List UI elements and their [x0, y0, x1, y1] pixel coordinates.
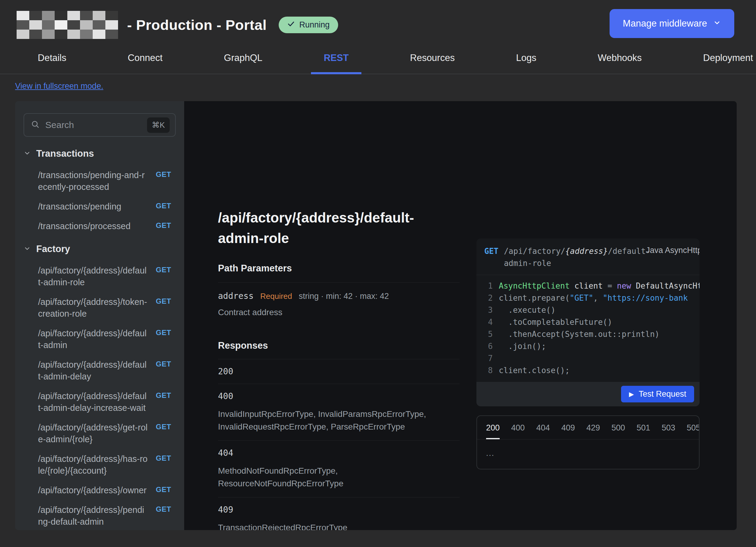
line-number: 4: [484, 316, 493, 328]
endpoint-item[interactable]: /api/factory/{address}/ownerGET: [24, 485, 176, 496]
param-description: Contract address: [218, 308, 460, 317]
code-token: ,: [593, 293, 603, 302]
request-path-prefix: /api/factory/: [504, 247, 565, 256]
tab-logs[interactable]: Logs: [516, 53, 536, 74]
tab-graphql[interactable]: GraphQL: [224, 53, 263, 74]
search-box[interactable]: ⌘K: [24, 113, 176, 137]
code-token: "GET": [570, 293, 593, 302]
code-token: [631, 281, 636, 290]
request-path-param: {address}: [565, 247, 608, 256]
method-badge: GET: [156, 453, 176, 477]
line-number: 3: [484, 304, 493, 316]
status-tab-500[interactable]: 500: [611, 423, 625, 439]
line-number: 5: [484, 328, 493, 340]
section-header-transactions[interactable]: Transactions: [24, 146, 176, 162]
status-tab-505[interactable]: 505: [687, 423, 700, 439]
endpoint-item[interactable]: /api/factory/{address}/default-adminGET: [24, 328, 176, 351]
response-description: MethodNotFoundRpcErrorType, ResourceNotF…: [218, 465, 460, 490]
response-code: 200: [218, 366, 460, 376]
code-token: .thenAccept(System.out::println): [499, 330, 659, 339]
param-type-meta: string · min: 42 · max: 42: [299, 292, 389, 301]
chevron-down-icon: [24, 244, 31, 254]
tab-deployment-logs[interactable]: Deployment Logs: [703, 53, 756, 74]
endpoint-item[interactable]: /api/factory/{address}/get-role-admin/{r…: [24, 422, 176, 445]
endpoint-path: /api/factory/{address}/default-admin-del…: [24, 390, 156, 414]
request-path: /api/factory/{address}/default-admin-rol…: [504, 245, 655, 269]
tab-bar: DetailsConnectGraphQLRESTResourcesLogsWe…: [0, 45, 756, 74]
sidebar-sections: Transactions/transactions/pending-and-re…: [24, 146, 176, 530]
endpoint-item[interactable]: /api/factory/{address}/default-admin-rol…: [24, 265, 176, 288]
response-description: TransactionRejectedRpcErrorType: [218, 521, 460, 530]
chevron-down-icon: [24, 148, 31, 159]
search-input[interactable]: [45, 120, 142, 130]
tab-connect[interactable]: Connect: [128, 53, 162, 74]
param-row: address Required string · min: 42 · max:…: [218, 291, 460, 301]
param-name: address: [218, 291, 254, 301]
status-tab-503[interactable]: 503: [662, 423, 675, 439]
line-number: 7: [484, 352, 493, 364]
endpoint-path: /api/factory/{address}/token-creation-ro…: [24, 296, 156, 320]
endpoint-sidebar: ⌘K Transactions/transactions/pending-and…: [15, 101, 184, 530]
section-label: Transactions: [36, 148, 94, 159]
tab-webhooks[interactable]: Webhooks: [598, 53, 642, 74]
fullscreen-link[interactable]: View in fullscreen mode.: [15, 82, 103, 91]
method-badge: GET: [156, 169, 176, 193]
method-badge: GET: [156, 220, 176, 232]
request-footer: ▶ Test Request: [476, 382, 700, 406]
tab-rest[interactable]: REST: [324, 53, 349, 74]
endpoint-path: /transactions/pending-and-recently-proce…: [24, 169, 156, 193]
endpoint-path: /api/factory/{address}/owner: [24, 485, 156, 496]
endpoint-path: /transactions/pending: [24, 201, 156, 213]
endpoint-item[interactable]: /transactions/pending-and-recently-proce…: [24, 169, 176, 193]
search-icon: [31, 120, 40, 130]
code-token: client.close();: [499, 366, 570, 375]
play-icon: ▶: [629, 391, 634, 397]
chevron-down-icon: [713, 18, 721, 29]
endpoint-item[interactable]: /api/factory/{address}/token-creation-ro…: [24, 296, 176, 320]
status-tab-400[interactable]: 400: [511, 423, 525, 439]
code-block: 1AsyncHttpClient client = new DefaultAsy…: [476, 275, 700, 382]
endpoint-item[interactable]: /api/factory/{address}/default-admin-del…: [24, 359, 176, 382]
code-text: client.prepare("GET", "https://sony-bank: [499, 292, 688, 304]
tab-details[interactable]: Details: [38, 53, 66, 74]
endpoint-item[interactable]: /api/factory/{address}/default-admin-del…: [24, 390, 176, 414]
method-badge: GET: [156, 265, 176, 288]
divider: [218, 282, 460, 283]
test-request-button[interactable]: ▶ Test Request: [621, 386, 694, 402]
code-column: GET /api/factory/{address}/default-admin…: [476, 101, 700, 530]
endpoint-path: /transactions/processed: [24, 220, 156, 232]
portal-page: - Production - Portal Running Manage mid…: [0, 0, 756, 547]
code-text: .toCompletableFuture(): [499, 316, 612, 328]
response-row-400: 400InvalidInputRpcErrorType, InvalidPara…: [218, 384, 460, 441]
code-text: .execute(): [499, 304, 556, 316]
method-badge: GET: [156, 328, 176, 351]
endpoint-item[interactable]: /api/factory/{address}/has-role/{role}/{…: [24, 453, 176, 477]
response-code: 400: [218, 391, 460, 401]
status-tab-409[interactable]: 409: [561, 423, 575, 439]
endpoint-item[interactable]: /transactions/pendingGET: [24, 201, 176, 213]
method-badge: GET: [156, 390, 176, 414]
tab-resources[interactable]: Resources: [410, 53, 455, 74]
endpoint-item[interactable]: /api/factory/{address}/pending-default-a…: [24, 504, 176, 528]
status-tab-429[interactable]: 429: [586, 423, 600, 439]
status-tab-501[interactable]: 501: [636, 423, 650, 439]
code-token: .toCompletableFuture(): [499, 318, 612, 327]
sidebar-section-factory: Factory/api/factory/{address}/default-ad…: [24, 241, 176, 530]
endpoint-path: /api/factory/{address}/pending-default-a…: [24, 504, 156, 528]
manage-middleware-button[interactable]: Manage middleware: [610, 9, 734, 38]
endpoint-item[interactable]: /transactions/processedGET: [24, 220, 176, 232]
method-badge: GET: [156, 485, 176, 496]
response-row-409: 409TransactionRejectedRpcErrorType: [218, 497, 460, 530]
request-example-card: GET /api/factory/{address}/default-admin…: [476, 238, 700, 406]
check-icon: [287, 20, 295, 30]
section-header-factory[interactable]: Factory: [24, 241, 176, 257]
language-selector[interactable]: Java AsyncHttpClient: [646, 246, 700, 255]
param-required-badge: Required: [260, 292, 292, 301]
responses-list: 200400InvalidInputRpcErrorType, InvalidP…: [218, 359, 460, 530]
code-token: .execute(): [499, 305, 556, 315]
status-tab-404[interactable]: 404: [536, 423, 550, 439]
status-tab-200[interactable]: 200: [486, 423, 500, 439]
status-badge: Running: [279, 17, 338, 33]
line-number: 2: [484, 292, 493, 304]
code-token: "https://sony-bank: [603, 293, 688, 302]
